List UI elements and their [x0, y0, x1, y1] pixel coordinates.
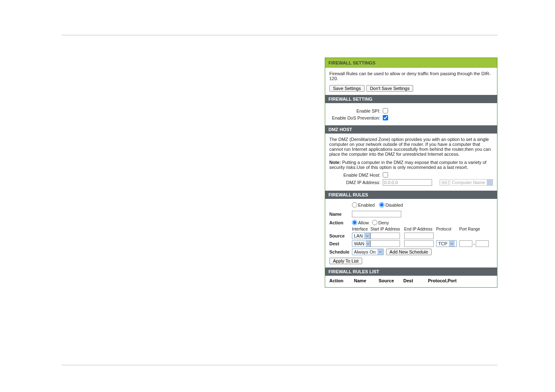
schedule-select[interactable]: Always On [352, 249, 384, 255]
chevron-down-icon [364, 233, 370, 239]
action-deny-radio[interactable]: Deny [372, 220, 389, 225]
pull-computer-button[interactable]: << [439, 179, 449, 186]
port-end-input[interactable] [476, 240, 489, 247]
dest-start-ip-input[interactable] [370, 240, 400, 247]
col-start-ip: Start IP Address [370, 227, 404, 231]
intro-text: Firewall Rules can be used to allow or d… [329, 71, 493, 81]
save-settings-button[interactable]: Save Settings [329, 85, 365, 92]
list-col-protocol-port: Protocol,Port [428, 278, 493, 283]
rule-name-input[interactable] [352, 211, 401, 217]
enable-spi-label: Enable SPI: [329, 108, 383, 113]
port-start-input[interactable] [459, 240, 472, 247]
firewall-rules-list-header: FIREWALL RULES LIST [325, 267, 497, 276]
chevron-down-icon [366, 241, 370, 247]
dmz-header: DMZ HOST [325, 125, 497, 134]
enable-dmz-host-checkbox[interactable] [383, 172, 388, 178]
enable-dos-checkbox[interactable] [383, 115, 388, 120]
list-col-name: Name [354, 278, 379, 283]
col-end-ip: End IP Address [404, 227, 436, 231]
list-col-dest: Dest [403, 278, 428, 283]
source-end-ip-input[interactable] [404, 233, 434, 239]
dest-interface-select[interactable]: WAN [352, 240, 370, 247]
chevron-down-icon [377, 249, 383, 255]
rules-enabled-radio[interactable]: Enabled [352, 202, 375, 208]
col-protocol: Protocol [436, 227, 459, 231]
col-interface: Interface [352, 227, 370, 231]
source-label: Source [329, 233, 352, 238]
add-new-schedule-button[interactable]: Add New Schedule [386, 249, 432, 255]
rules-disabled-radio[interactable]: Disabled [379, 202, 403, 208]
list-col-action: Action [329, 278, 354, 283]
col-port-range: Port Range [459, 227, 492, 231]
firewall-settings-panel: FIREWALL SETTINGS Firewall Rules can be … [325, 58, 497, 288]
apply-to-list-button[interactable]: Apply To List [329, 258, 362, 264]
firewall-rules-header: FIREWALL RULES [325, 191, 497, 199]
dest-end-ip-input[interactable] [404, 240, 434, 247]
dmz-ip-input[interactable] [383, 179, 432, 186]
schedule-label: Schedule [329, 249, 352, 254]
panel-title: FIREWALL SETTINGS [325, 58, 497, 68]
dest-label: Dest [329, 241, 352, 246]
source-start-ip-input[interactable] [370, 233, 400, 239]
list-col-source: Source [379, 278, 403, 283]
protocol-select[interactable]: TCP [436, 240, 457, 247]
computer-name-select[interactable]: Computer Name [450, 179, 493, 186]
dmz-note: Note: Putting a computer in the DMZ may … [329, 160, 493, 170]
chevron-down-icon [449, 241, 455, 247]
rule-action-label: Action [329, 220, 352, 225]
action-allow-radio[interactable]: Allow [352, 220, 369, 225]
dont-save-settings-button[interactable]: Don't Save Settings [366, 85, 413, 92]
dmz-description: The DMZ (Demilitarized Zone) option prov… [329, 137, 493, 157]
enable-spi-checkbox[interactable] [383, 108, 388, 113]
rule-name-label: Name [329, 212, 352, 217]
firewall-setting-header: FIREWALL SETTING [325, 95, 497, 103]
enable-dos-label: Enable DoS Prevention: [329, 115, 383, 120]
dmz-ip-label: DMZ IP Address: [329, 180, 383, 185]
source-interface-select[interactable]: LAN [352, 233, 370, 239]
chevron-down-icon [487, 180, 493, 185]
enable-dmz-host-label: Enable DMZ Host: [329, 173, 383, 178]
